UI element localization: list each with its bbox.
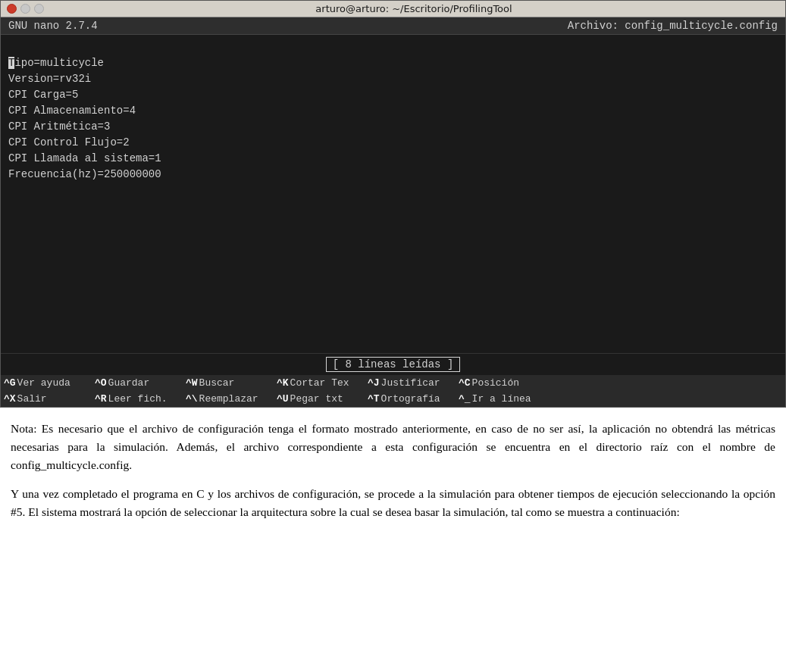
nano-content[interactable]: Tipo=multicycle Version=rv32i CPI Carga=… xyxy=(1,35,785,353)
shortcut-bar-2: ^X Salir ^R Leer fich. ^\ Reemplazar ^U … xyxy=(1,391,785,407)
paragraph-1: Nota: Es necesario que el archivo de con… xyxy=(11,420,775,474)
window-controls xyxy=(7,4,44,14)
shortcut-search[interactable]: ^W Buscar xyxy=(183,375,274,391)
terminal-window: arturo@arturo: ~/Escritorio/ProfilingToo… xyxy=(0,0,786,408)
shortcut-bar: ^G Ver ayuda ^O Guardar ^W Buscar ^K Cor… xyxy=(1,375,785,391)
shortcut-read[interactable]: ^R Leer fich. xyxy=(92,391,183,407)
close-button[interactable] xyxy=(7,4,17,14)
shortcut-position[interactable]: ^C Posición xyxy=(456,375,546,391)
nano-version: GNU nano 2.7.4 xyxy=(8,20,98,32)
title-bar: arturo@arturo: ~/Escritorio/ProfilingToo… xyxy=(1,1,785,17)
shortcut-replace[interactable]: ^\ Reemplazar xyxy=(183,391,274,407)
minimize-button[interactable] xyxy=(20,4,30,14)
status-message: [ 8 líneas leídas ] xyxy=(326,357,461,372)
cursor-char: T xyxy=(8,57,14,69)
nano-header: GNU nano 2.7.4 Archivo: config_multicycl… xyxy=(1,17,785,35)
shortcut-cut[interactable]: ^K Cortar Tex xyxy=(274,375,365,391)
shortcut-save[interactable]: ^O Guardar xyxy=(92,375,183,391)
paragraph-2: Y una vez completado el programa en C y … xyxy=(11,485,775,521)
shortcut-exit[interactable]: ^X Salir xyxy=(1,391,92,407)
shortcut-gotoline[interactable]: ^_ Ir a línea xyxy=(456,391,546,407)
status-bar: [ 8 líneas leídas ] xyxy=(1,353,785,375)
shortcuts-row2: ^X Salir ^R Leer fich. ^\ Reemplazar ^U … xyxy=(1,391,785,407)
shortcut-spell[interactable]: ^T Ortografía xyxy=(365,391,456,407)
shortcut-paste[interactable]: ^U Pegar txt xyxy=(274,391,365,407)
shortcuts-row1: ^G Ver ayuda ^O Guardar ^W Buscar ^K Cor… xyxy=(1,375,785,391)
shortcut-justify[interactable]: ^J Justificar xyxy=(365,375,456,391)
maximize-button[interactable] xyxy=(34,4,44,14)
prose-section: Nota: Es necesario que el archivo de con… xyxy=(0,408,786,529)
window-title: arturo@arturo: ~/Escritorio/ProfilingToo… xyxy=(49,3,779,14)
nano-filename: Archivo: config_multicycle.config xyxy=(568,20,778,32)
shortcut-help[interactable]: ^G Ver ayuda xyxy=(1,375,92,391)
